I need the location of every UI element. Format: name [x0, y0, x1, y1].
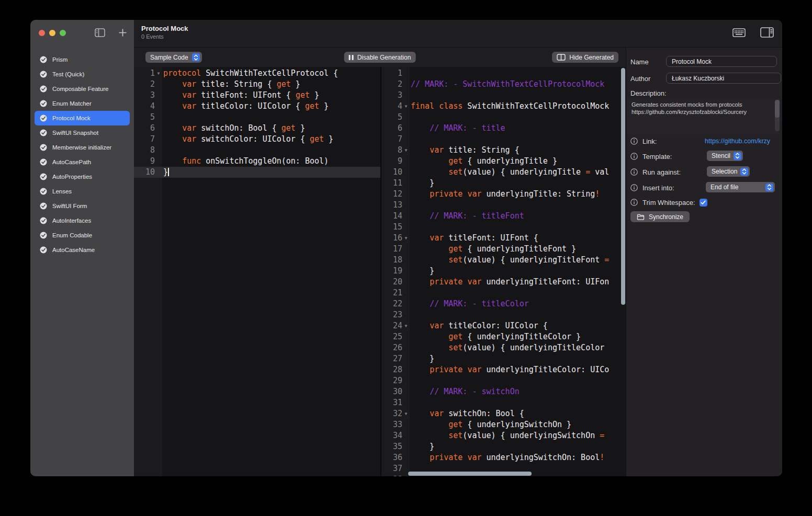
sidebar-item-enum-matcher[interactable]: Enum Matcher — [35, 96, 130, 111]
sidebar-item-swiftui-snapshot[interactable]: SwiftUI Snapshot — [35, 125, 130, 140]
code-line[interactable]: 9 get { underlyingTitle } — [381, 156, 626, 167]
code-line[interactable]: 4▼final class SwitchWithTextCellProtocol… — [381, 101, 626, 112]
code-line[interactable]: 27 } — [381, 353, 626, 364]
code-line[interactable]: 7 — [381, 134, 626, 145]
code-line[interactable]: 16▼ var titleFont: UIFont { — [381, 233, 626, 244]
source-editor[interactable]: 1▼protocol SwitchWithTextCellProtocol {2… — [134, 67, 380, 476]
code-line[interactable]: 11 } — [381, 178, 626, 189]
keyboard-shortcuts-button[interactable] — [732, 28, 746, 39]
info-icon[interactable] — [630, 184, 638, 191]
code-line[interactable]: 36 private var underlyingSwitchOn: Bool! — [381, 452, 626, 463]
sidebar-item-prism[interactable]: Prism — [35, 52, 130, 67]
synchronize-button[interactable]: Synchronize — [630, 211, 690, 222]
code-line[interactable]: 18 set(value) { underlyingTitleFont = — [381, 255, 626, 266]
code-line[interactable]: 8 — [134, 145, 380, 156]
code-line[interactable]: 3 var titleFont: UIFont { get } — [134, 90, 380, 101]
code-line[interactable]: 6 // MARK: - title — [381, 123, 626, 134]
vertical-scrollbar[interactable] — [621, 68, 625, 305]
code-line[interactable]: 13 — [381, 200, 626, 211]
line-number: 31 — [381, 397, 402, 408]
inspector-toggle-button[interactable] — [760, 27, 774, 40]
add-template-button[interactable] — [119, 29, 127, 37]
chevron-up-down-icon — [734, 152, 741, 160]
code-line[interactable]: 33 get { underlyingSwitchOn } — [381, 419, 626, 430]
code-line[interactable]: 4 var titleColor: UIColor { get } — [134, 101, 380, 112]
template-dropdown[interactable]: Stencil — [707, 151, 743, 161]
code-line[interactable]: 10 set(value) { underlyingTitle = val — [381, 167, 626, 178]
fold-arrow-icon[interactable]: ▼ — [402, 101, 410, 112]
code-line[interactable]: 5 — [381, 112, 626, 123]
description-scrollbar-thumb[interactable] — [775, 100, 780, 118]
code-line[interactable]: 23 — [381, 309, 626, 320]
sidebar-toggle-button[interactable] — [95, 28, 105, 37]
sidebar-item-lenses[interactable]: Lenses — [35, 184, 130, 199]
sidebar-item-autointerfaces[interactable]: AutoInterfaces — [35, 213, 130, 228]
zoom-button[interactable] — [60, 30, 66, 36]
info-icon[interactable] — [630, 137, 638, 145]
horizontal-scrollbar[interactable] — [408, 472, 532, 476]
code-line[interactable]: 15 — [381, 222, 626, 233]
info-icon[interactable] — [630, 168, 638, 176]
code-line[interactable]: 9 func onSwitchToggleOn(on: Bool) — [134, 156, 380, 167]
description-textarea[interactable]: Generates consistent mocks from protocol… — [627, 99, 780, 134]
fold-gutter — [402, 441, 410, 452]
code-line[interactable]: 5 — [134, 112, 380, 123]
sidebar-item-autocasepath[interactable]: AutoCasePath — [35, 155, 130, 169]
code-line[interactable]: 3 — [381, 90, 626, 101]
sidebar-item-test-quick-[interactable]: Test (Quick) — [35, 67, 130, 82]
info-icon[interactable] — [630, 199, 638, 206]
code-line[interactable]: 6 var switchOn: Bool { get } — [134, 123, 380, 134]
template-list: PrismTest (Quick)Composable FeatureEnum … — [30, 52, 134, 257]
code-line[interactable]: 31 — [381, 397, 626, 408]
trim-whitespace-checkbox[interactable] — [700, 199, 707, 207]
generated-editor[interactable]: 12// MARK: - SwitchWithTextCellProtocolM… — [381, 67, 626, 476]
code-line[interactable]: 26 set(value) { underlyingTitleColor — [381, 342, 626, 353]
code-line[interactable]: 34 set(value) { underlyingSwitchOn = — [381, 430, 626, 441]
minimize-button[interactable] — [49, 30, 55, 36]
disable-generation-button[interactable]: Disable Generation — [344, 52, 416, 63]
sidebar-item-enum-codable[interactable]: Enum Codable — [35, 228, 130, 243]
code-line[interactable]: 8▼ var title: String { — [381, 145, 626, 156]
fold-arrow-icon[interactable]: ▼ — [155, 68, 162, 79]
code-line[interactable]: 19 } — [381, 266, 626, 277]
fold-arrow-icon[interactable]: ▼ — [402, 145, 410, 156]
sidebar-item-autocasename[interactable]: AutoCaseName — [35, 243, 130, 257]
sidebar-item-swiftui-form[interactable]: SwiftUI Form — [35, 199, 130, 213]
insert-into-dropdown[interactable]: End of file — [706, 182, 775, 192]
template-link[interactable]: https://github.com/krzy — [705, 137, 782, 145]
code-line[interactable]: 30 // MARK: - switchOn — [381, 386, 626, 397]
fold-gutter — [402, 244, 410, 255]
code-line[interactable]: 7 var switchColor: UIColor { get } — [134, 134, 380, 145]
code-line[interactable]: 12 private var underlyingTitle: String! — [381, 189, 626, 200]
run-against-dropdown[interactable]: Selection — [707, 166, 750, 177]
hide-generated-button[interactable]: Hide Generated — [552, 52, 618, 63]
code-line[interactable]: 10} — [134, 167, 380, 178]
info-icon[interactable] — [630, 153, 638, 160]
code-line[interactable]: 29 — [381, 375, 626, 386]
code-line[interactable]: 17 get { underlyingTitleFont } — [381, 244, 626, 255]
code-line[interactable]: 28 private var underlyingTitleColor: UIC… — [381, 364, 626, 375]
close-button[interactable] — [39, 30, 45, 36]
code-line[interactable]: 2// MARK: - SwitchWithTextCellProtocolMo… — [381, 79, 626, 90]
code-line[interactable]: 1 — [381, 68, 626, 79]
name-field[interactable] — [666, 56, 777, 67]
code-line[interactable]: 1▼protocol SwitchWithTextCellProtocol { — [134, 68, 380, 79]
code-line[interactable]: 21 — [381, 288, 626, 299]
fold-arrow-icon[interactable]: ▼ — [402, 233, 410, 244]
sidebar-item-protocol-mock[interactable]: Protocol Mock — [35, 111, 130, 125]
code-line[interactable]: 32▼ var switchOn: Bool { — [381, 408, 626, 419]
sidebar-item-autoproperties[interactable]: AutoProperties — [35, 169, 130, 184]
code-line[interactable]: 2 var title: String { get } — [134, 79, 380, 90]
fold-arrow-icon[interactable]: ▼ — [402, 320, 410, 331]
fold-arrow-icon[interactable]: ▼ — [402, 408, 410, 419]
author-field[interactable] — [666, 73, 781, 84]
sidebar-item-memberwise-initializer[interactable]: Memberwise initializer — [35, 140, 130, 155]
code-line[interactable]: 20 private var underlyingTitleFont: UIFo… — [381, 277, 626, 288]
code-line[interactable]: 22 // MARK: - titleColor — [381, 299, 626, 309]
code-line[interactable]: 25 get { underlyingTitleColor } — [381, 331, 626, 342]
code-line[interactable]: 24▼ var titleColor: UIColor { — [381, 320, 626, 331]
sample-code-popup[interactable]: Sample Code — [145, 52, 202, 63]
sidebar-item-composable-feature[interactable]: Composable Feature — [35, 82, 130, 96]
code-line[interactable]: 35 } — [381, 441, 626, 452]
code-line[interactable]: 14 // MARK: - titleFont — [381, 211, 626, 222]
